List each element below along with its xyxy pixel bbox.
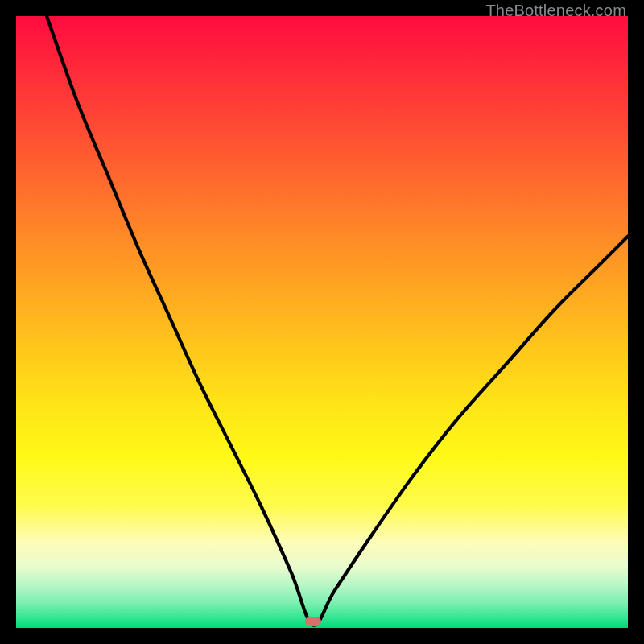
watermark-text: TheBottleneck.com — [485, 2, 626, 20]
plot-area — [16, 16, 628, 628]
minimum-marker — [305, 617, 321, 626]
bottleneck-curve — [16, 16, 628, 628]
chart-frame: TheBottleneck.com — [0, 0, 644, 644]
